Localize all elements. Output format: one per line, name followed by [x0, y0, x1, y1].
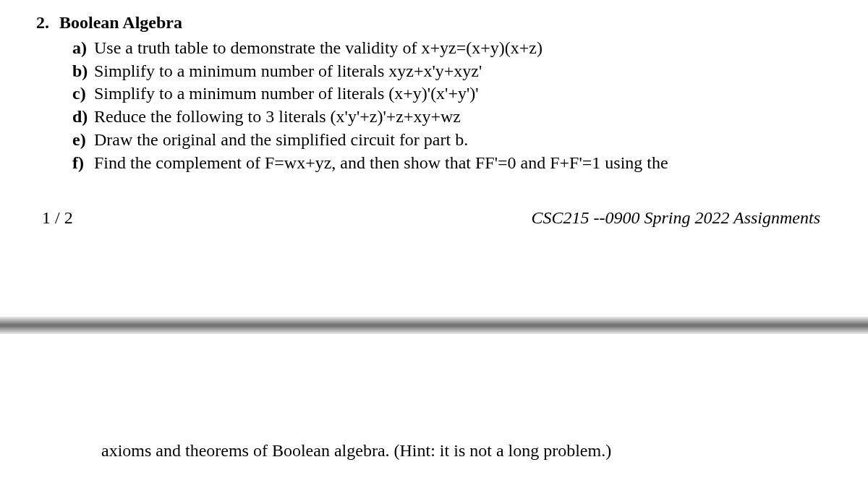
item-text: Simplify to a minimum number of literals… — [94, 60, 832, 82]
item-marker: c) — [72, 82, 94, 105]
question-title: Boolean Algebra — [59, 13, 182, 33]
course-footer: CSC215 --0900 Spring 2022 Assignments — [531, 208, 820, 228]
page-indicator: 1 / 2 — [42, 208, 73, 228]
question-number: 2. — [36, 13, 49, 33]
question-items: a) Use a truth table to demonstrate the … — [72, 37, 832, 174]
list-item: d) Reduce the following to 3 literals (x… — [72, 106, 832, 128]
item-marker: b) — [72, 60, 94, 82]
page-footer: 1 / 2 CSC215 --0900 Spring 2022 Assignme… — [36, 208, 832, 228]
page-content: 2. Boolean Algebra a) Use a truth table … — [0, 0, 868, 228]
page-divider — [0, 317, 868, 334]
item-text: Simplify to a minimum number of literals… — [94, 82, 832, 105]
item-marker: a) — [72, 37, 94, 59]
item-marker: d) — [72, 106, 94, 128]
question-header: 2. Boolean Algebra — [36, 13, 832, 33]
continuation-text: axioms and theorems of Boolean algebra. … — [101, 441, 767, 461]
list-item: e) Draw the original and the simplified … — [72, 129, 832, 151]
list-item: b) Simplify to a minimum number of liter… — [72, 60, 832, 82]
list-item: f) Find the complement of F=wx+yz, and t… — [72, 152, 832, 174]
item-marker: f) — [72, 152, 94, 174]
list-item: c) Simplify to a minimum number of liter… — [72, 82, 832, 105]
list-item: a) Use a truth table to demonstrate the … — [72, 37, 832, 59]
item-text: Find the complement of F=wx+yz, and then… — [94, 152, 832, 174]
item-marker: e) — [72, 129, 94, 151]
item-text: Reduce the following to 3 literals (x'y'… — [94, 106, 832, 128]
page-2-content: axioms and theorems of Boolean algebra. … — [0, 441, 868, 461]
item-text: Draw the original and the simplified cir… — [94, 129, 832, 151]
item-text: Use a truth table to demonstrate the val… — [94, 37, 832, 59]
